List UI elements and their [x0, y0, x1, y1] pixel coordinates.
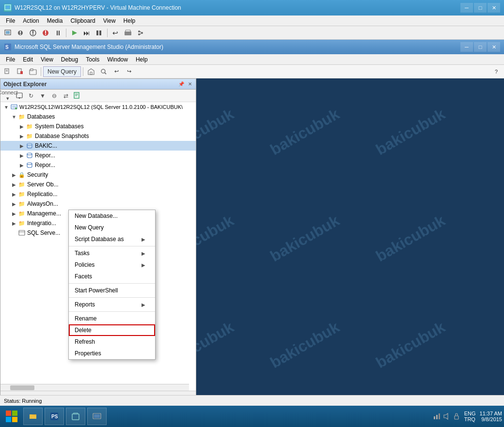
ctx-tasks[interactable]: Tasks ▶ [69, 247, 155, 259]
ssms-toolbar-btn7[interactable]: ↪ [123, 66, 135, 77]
ctx-properties[interactable]: Properties [69, 348, 155, 359]
bakicubuk-expand[interactable]: ▶ [18, 142, 26, 150]
replication-expand[interactable]: ▶ [10, 190, 18, 198]
taskbar-item-vm[interactable] [87, 408, 107, 425]
ssms-restore-button[interactable]: □ [474, 42, 487, 52]
ssms-menu-help[interactable]: Help [132, 55, 152, 64]
ctx-new-database[interactable]: New Database... [69, 210, 155, 222]
ssms-menu-edit[interactable]: Edit [19, 55, 37, 64]
vm-toolbar-btn9[interactable] [122, 28, 134, 38]
tree-system-db-node[interactable]: ▶ 📁 System Databases [0, 122, 196, 131]
ssms-menu-tools[interactable]: Tools [82, 55, 103, 64]
oe-pin-button[interactable]: 📌 [177, 81, 185, 87]
ssms-toolbar-btn5[interactable] [98, 66, 110, 77]
oe-collapse-button[interactable]: ⊖ [49, 91, 60, 101]
ssms-toolbar-help[interactable]: ? [490, 66, 502, 77]
vm-menu-help[interactable]: Help [120, 16, 140, 25]
vm-close-button[interactable]: ✕ [488, 3, 500, 13]
ssms-menu-view[interactable]: View [37, 55, 57, 64]
server-expand[interactable]: ▼ [2, 103, 10, 111]
tree-reports2-node[interactable]: ▶ Repor... [0, 160, 196, 170]
tree-bakicubuk-node[interactable]: ▶ BAKIC... [0, 141, 196, 151]
ssms-toolbar-btn4[interactable] [85, 66, 97, 77]
start-button[interactable] [2, 408, 21, 425]
oe-disconnect-button[interactable] [14, 91, 25, 101]
ctx-new-database-label: New Database... [75, 213, 118, 219]
system-db-expand[interactable]: ▶ [18, 122, 26, 130]
vm-menu-clipboard[interactable]: Clipboard [66, 16, 99, 25]
server-objects-label: Server Ob... [27, 181, 59, 188]
ssms-close-button[interactable]: ✕ [488, 42, 500, 52]
management-expand[interactable]: ▶ [10, 210, 18, 217]
ctx-script-db[interactable]: Script Database as ▶ [69, 233, 155, 245]
ctx-refresh[interactable]: Refresh [69, 336, 155, 348]
security-expand[interactable]: ▶ [10, 171, 18, 179]
ssms-toolbar-btn3[interactable] [27, 66, 39, 77]
vm-toolbar-btn8[interactable] [94, 28, 105, 38]
tree-security-node[interactable]: ▶ 🔒 Security [0, 170, 196, 180]
vm-menu-media[interactable]: Media [43, 16, 67, 25]
oe-connect-button[interactable]: Connect ▾ [2, 91, 13, 101]
ctx-policies-label: Policies [75, 261, 94, 268]
tree-reports1-node[interactable]: ▶ Repor... [0, 151, 196, 160]
tree-server-objects-node[interactable]: ▶ 📁 Server Ob... [0, 180, 196, 189]
taskbar-item-explorer[interactable] [23, 408, 43, 425]
integration-expand[interactable]: ▶ [10, 219, 18, 227]
oe-sync-button[interactable]: ⇄ [61, 91, 71, 101]
watermark-text12: bakicubuk [356, 302, 466, 387]
alwayson-expand[interactable]: ▶ [10, 200, 18, 208]
sqlserver-expand[interactable] [10, 229, 18, 237]
oe-hscrollbar[interactable] [0, 384, 189, 391]
oe-hscroll-thumb[interactable] [10, 385, 34, 390]
vm-toolbar-btn10[interactable] [135, 28, 146, 38]
ssms-toolbar-btn2[interactable] [15, 66, 26, 77]
vm-toolbar-btn6[interactable] [68, 28, 80, 38]
ssms-toolbar-btn6[interactable]: ↩ [110, 66, 122, 77]
taskbar-item-powershell[interactable]: PS [45, 408, 64, 425]
reports2-expand[interactable]: ▶ [18, 161, 26, 169]
oe-refresh-button[interactable]: ↻ [26, 91, 36, 101]
ctx-facets[interactable]: Facets [69, 271, 155, 282]
vm-toolbar-btn2[interactable] [15, 28, 26, 38]
ctx-new-query[interactable]: New Query [69, 222, 155, 233]
vm-toolbar-btn1[interactable] [2, 28, 14, 38]
svg-rect-5 [20, 31, 21, 33]
taskbar-item-explorer2[interactable] [66, 408, 85, 425]
ssms-toolbar-sep2 [83, 67, 83, 76]
vm-restore-button[interactable]: □ [474, 3, 487, 13]
oe-filter-button[interactable]: ▼ [37, 91, 48, 101]
ctx-start-powershell[interactable]: Start PowerShell [69, 285, 155, 296]
vm-toolbar-btn7[interactable]: ⏭ [81, 28, 93, 38]
vm-toolbar-btn4[interactable] [40, 28, 51, 38]
vm-menu-view[interactable]: View [99, 16, 120, 25]
vm-minimize-button[interactable]: ─ [460, 3, 473, 13]
ctx-rename[interactable]: Rename [69, 313, 155, 324]
db-snapshots-expand[interactable]: ▶ [18, 132, 26, 140]
ssms-menu-window[interactable]: Window [103, 55, 132, 64]
tree-replication-node[interactable]: ▶ 📁 Replicatio... [0, 189, 196, 199]
databases-expand[interactable]: ▼ [10, 113, 18, 121]
vm-toolbar-btn5[interactable]: ⏸ [52, 28, 64, 38]
ssms-menu-file[interactable]: File [2, 55, 19, 64]
oe-new-query-toolbar[interactable] [72, 91, 83, 101]
vm-toolbar-undo[interactable]: ↩ [110, 28, 121, 38]
ctx-policies[interactable]: Policies ▶ [69, 259, 155, 271]
integration-label: Integratio... [27, 220, 56, 227]
ssms-minimize-button[interactable]: ─ [460, 42, 473, 52]
ctx-delete[interactable]: Delete [69, 324, 155, 336]
tree-alwayson-node[interactable]: ▶ 📁 AlwaysOn... [0, 199, 196, 209]
ssms-toolbar-btn1[interactable] [2, 66, 14, 77]
server-objects-expand[interactable]: ▶ [10, 181, 18, 188]
ctx-reports-arrow: ▶ [142, 302, 145, 307]
ctx-reports[interactable]: Reports ▶ [69, 299, 155, 310]
new-query-button[interactable]: New Query [43, 66, 81, 77]
vm-toolbar-btn3[interactable] [27, 28, 39, 38]
reports1-expand[interactable]: ▶ [18, 152, 26, 159]
vm-menu-file[interactable]: File [2, 16, 19, 25]
tree-db-snapshots-node[interactable]: ▶ 📁 Database Snapshots [0, 131, 196, 141]
tree-server-node[interactable]: ▼ W12R2SQL12\W12R2SQL12 (SQL Server 11.0… [0, 102, 196, 112]
tree-databases-node[interactable]: ▼ 📁 Databases [0, 112, 196, 122]
oe-close-button[interactable]: ✕ [187, 81, 193, 87]
ssms-menu-debug[interactable]: Debug [57, 55, 82, 64]
vm-menu-action[interactable]: Action [19, 16, 43, 25]
